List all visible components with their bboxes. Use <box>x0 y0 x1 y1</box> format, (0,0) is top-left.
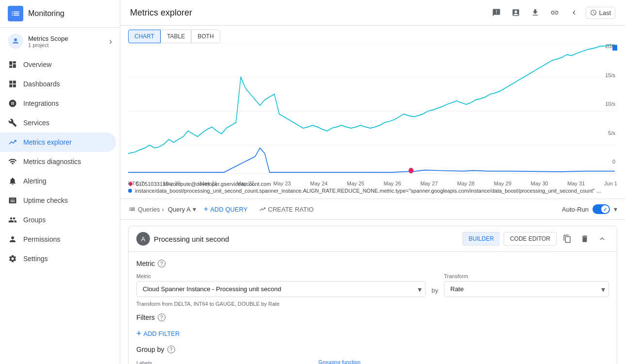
feedback-button[interactable] <box>489 5 504 20</box>
sidebar-item-services[interactable]: Services <box>0 113 116 132</box>
legend-label-1: instance/data_boost/processing_unit_seco… <box>135 188 601 194</box>
query-letter-badge: A <box>136 232 150 246</box>
filters-section: Filters ? + ADD FILTER <box>136 314 609 340</box>
group-by-help-icon[interactable]: ? <box>167 346 175 353</box>
nav-back-button[interactable] <box>566 5 582 20</box>
sidebar-item-integrations[interactable]: Integrations <box>0 94 116 113</box>
metrics-scope-text: Metrics Scope 1 project <box>28 35 109 48</box>
builder-button[interactable]: BUILDER <box>462 232 500 246</box>
sidebar-item-metrics-diagnostics[interactable]: Metrics diagnostics <box>0 152 116 171</box>
sidebar-item-label: Services <box>23 119 49 127</box>
grouping-field: Grouping function SumMeanMinMaxCountPerc… <box>318 359 588 364</box>
sidebar-header: Monitoring <box>0 0 120 28</box>
metric-label: Metric <box>136 273 426 279</box>
main-header: Metrics explorer Last <box>120 0 625 26</box>
query-name-selector[interactable]: Query A ▾ <box>168 205 196 213</box>
metrics-scope-avatar <box>8 33 23 49</box>
services-icon <box>8 118 17 128</box>
collapse-button[interactable] <box>595 232 609 246</box>
breadcrumb-separator: › <box>162 206 164 213</box>
add-filter-button[interactable]: + ADD FILTER <box>136 327 609 340</box>
integrations-icon <box>8 99 17 108</box>
transform-field: Transform RateDeltaNone ▾ <box>444 273 609 297</box>
chart-tabs: CHART TABLE BOTH <box>120 26 625 43</box>
tab-chart[interactable]: CHART <box>128 30 161 43</box>
sidebar-item-groups[interactable]: Groups <box>0 210 116 230</box>
filters-help-icon[interactable]: ? <box>158 314 165 321</box>
sidebar-item-uptime-checks[interactable]: Uptime checks <box>0 191 116 210</box>
sidebar-item-label: Permissions <box>23 235 60 243</box>
transform-label: Transform <box>444 273 609 279</box>
auto-run-toggle[interactable]: ✓ <box>592 204 610 214</box>
metrics-scope-item[interactable]: Metrics Scope 1 project › <box>0 28 120 55</box>
metric-help-icon[interactable]: ? <box>158 260 165 267</box>
chevron-right-icon: › <box>109 36 112 47</box>
transform-select[interactable]: RateDeltaNone <box>444 281 609 297</box>
add-chart-button[interactable] <box>508 5 524 20</box>
sidebar-item-alerting[interactable]: Alerting <box>0 171 116 191</box>
labels-field: Labels credential_id ▾ <box>136 360 292 364</box>
add-query-button[interactable]: + ADD QUERY <box>200 203 251 215</box>
metric-row: Metric Cloud Spanner Instance - Processi… <box>136 273 609 297</box>
toggle-circle: ✓ <box>601 205 609 213</box>
tab-table[interactable]: TABLE <box>161 30 191 43</box>
download-button[interactable] <box>527 5 543 20</box>
transform-select-wrapper: RateDeltaNone ▾ <box>444 281 609 297</box>
expand-button[interactable]: ▾ <box>614 205 617 213</box>
check-icon: ✓ <box>603 207 607 212</box>
sidebar: Monitoring Metrics Scope 1 project › Ove… <box>0 0 120 364</box>
main-content: Metrics explorer Last C <box>120 0 625 364</box>
breadcrumb: Queries › <box>128 205 164 213</box>
by-label: by <box>431 273 438 294</box>
metrics-scope-title: Metrics Scope <box>28 35 109 42</box>
page-title: Metrics explorer <box>130 8 489 18</box>
sidebar-item-metrics-explorer[interactable]: Metrics explorer <box>0 132 116 152</box>
auto-run-label: Auto-Run <box>562 206 589 213</box>
tab-both[interactable]: BOTH <box>191 30 220 43</box>
sidebar-item-settings[interactable]: Settings <box>0 249 116 268</box>
header-actions: Last <box>489 5 615 20</box>
group-by-section: Group by ? Labels credential_id ▾ using <box>136 346 609 364</box>
app-title: Monitoring <box>28 9 65 18</box>
sidebar-item-permissions[interactable]: Permissions <box>0 230 116 249</box>
uptime-checks-icon <box>8 196 17 205</box>
delete-query-button[interactable] <box>578 232 592 246</box>
plus-filter-icon: + <box>136 329 142 338</box>
query-panel: A Processing unit second BUILDER CODE ED… <box>120 220 625 364</box>
sidebar-item-overview[interactable]: Overview <box>0 55 116 74</box>
sidebar-item-label: Metrics explorer <box>23 138 72 146</box>
queries-label: Queries <box>138 206 160 213</box>
metric-select[interactable]: Cloud Spanner Instance - Processing unit… <box>136 281 426 297</box>
sidebar-item-label: Metrics diagnostics <box>23 158 81 165</box>
sidebar-item-label: Groups <box>23 216 46 224</box>
alerting-icon <box>8 176 17 186</box>
add-filter-label: ADD FILTER <box>144 330 180 337</box>
grouping-function-label: Grouping function <box>318 359 588 364</box>
settings-icon <box>8 254 17 264</box>
copy-button[interactable] <box>560 232 574 246</box>
query-card-title: Processing unit second <box>154 235 459 243</box>
chart-svg <box>128 43 617 179</box>
last-time-button[interactable]: Last <box>586 7 615 19</box>
sidebar-nav: Overview Dashboards Integrations Service… <box>0 55 120 268</box>
ratio-icon <box>259 206 266 213</box>
legend-circle-icon <box>128 189 132 193</box>
y-label-0: 0 <box>605 159 615 165</box>
groups-icon <box>8 215 17 225</box>
chart-y-labels: 20/s 15/s 10/s 5/s 0 <box>605 43 615 165</box>
sidebar-item-dashboards[interactable]: Dashboards <box>0 74 116 94</box>
svg-point-6 <box>409 168 413 174</box>
y-label-5: 5/s <box>605 130 615 136</box>
monitoring-logo <box>8 6 23 21</box>
query-card-header: A Processing unit second BUILDER CODE ED… <box>129 226 617 252</box>
sidebar-item-label: Settings <box>23 255 48 263</box>
share-button[interactable] <box>547 5 562 20</box>
chart-x-labels: UTC-7 May 20 May 21 May 22 May 23 May 24… <box>128 181 617 188</box>
query-card: A Processing unit second BUILDER CODE ED… <box>128 226 617 364</box>
sidebar-item-label: Uptime checks <box>23 197 68 204</box>
filters-section-title: Filters ? <box>136 314 609 321</box>
code-editor-button[interactable]: CODE EDITOR <box>504 232 557 246</box>
create-ratio-button[interactable]: CREATE RATIO <box>255 204 317 215</box>
metric-section-title: Metric ? <box>136 260 609 267</box>
list-icon <box>128 205 136 213</box>
